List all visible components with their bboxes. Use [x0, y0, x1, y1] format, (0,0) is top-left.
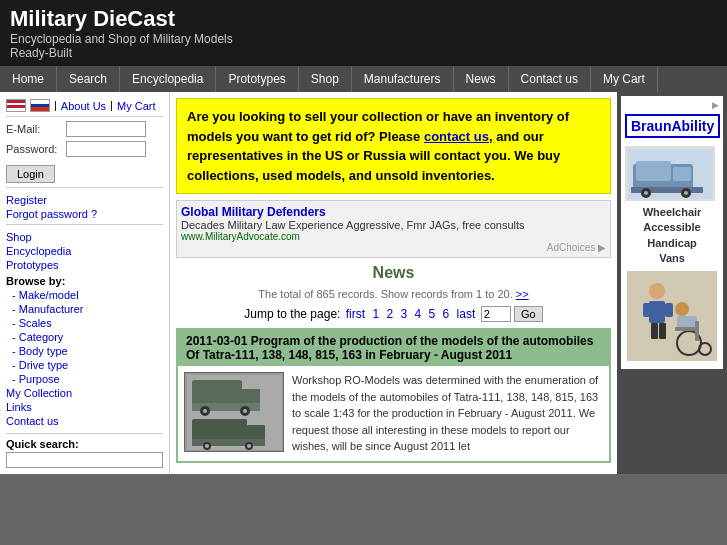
separator: |: [110, 99, 113, 111]
sidebar-body-type-link[interactable]: - Body type: [12, 345, 163, 357]
nav-bar: Home Search Encyclopedia Prototypes Shop…: [0, 66, 727, 92]
ad-box: Global Military Defenders Decades Milita…: [176, 200, 611, 258]
go-button[interactable]: Go: [514, 306, 543, 322]
pagination: Jump to the page: first 1 2 3 4 5 6 last…: [176, 306, 611, 322]
login-section: E-Mail: Password: Login: [6, 116, 163, 183]
site-title: Military DieCast: [10, 6, 717, 32]
records-info: The total of 865 records. Show records f…: [176, 288, 611, 300]
page-3[interactable]: 3: [400, 307, 407, 321]
svg-rect-17: [636, 161, 671, 181]
svg-point-25: [649, 283, 665, 299]
register-section: Register Forgot password ?: [6, 187, 163, 220]
article-image: [184, 372, 284, 452]
van-svg: [628, 149, 713, 199]
email-row: E-Mail:: [6, 121, 163, 137]
page-1[interactable]: 1: [372, 307, 379, 321]
sidebar: | About Us | My Cart E-Mail: Password: L…: [0, 92, 170, 474]
svg-rect-10: [192, 439, 265, 446]
sidebar-drive-type-link[interactable]: - Drive type: [12, 359, 163, 371]
my-cart-link[interactable]: My Cart: [117, 100, 156, 112]
page-4[interactable]: 4: [415, 307, 422, 321]
quick-search-input[interactable]: [6, 452, 163, 468]
password-row: Password:: [6, 141, 163, 157]
svg-rect-36: [695, 321, 699, 341]
site-subtitle2: Ready-Built: [10, 46, 717, 60]
page-first[interactable]: first: [346, 307, 369, 321]
nav-news[interactable]: News: [454, 66, 509, 92]
login-button[interactable]: Login: [6, 165, 55, 183]
sidebar-my-collection-link[interactable]: My Collection: [6, 387, 163, 399]
password-input[interactable]: [66, 141, 146, 157]
nav-search[interactable]: Search: [57, 66, 120, 92]
sidebar-contact-us-link[interactable]: Contact us: [6, 415, 163, 427]
svg-rect-30: [659, 323, 666, 339]
nav-encyclopedia[interactable]: Encyclopedia: [120, 66, 216, 92]
svg-rect-29: [651, 323, 658, 339]
about-us-link[interactable]: About Us: [61, 100, 106, 112]
news-section: News The total of 865 records. Show reco…: [176, 264, 611, 463]
page-2[interactable]: 2: [386, 307, 393, 321]
page-5[interactable]: 5: [429, 307, 436, 321]
sidebar-manufacturer-link[interactable]: - Manufacturer: [12, 303, 163, 315]
svg-rect-26: [649, 301, 665, 323]
nav-links-section: Shop Encyclopedia Prototypes Browse by: …: [6, 224, 163, 427]
quick-search-label: Quick search:: [6, 438, 163, 450]
sidebar-encyclopedia-link[interactable]: Encyclopedia: [6, 245, 163, 257]
nav-my-cart[interactable]: My Cart: [591, 66, 658, 92]
records-text: The total of 865 records. Show records f…: [258, 288, 512, 300]
svg-rect-18: [673, 167, 691, 181]
people-image: [627, 271, 717, 361]
register-link[interactable]: Register: [6, 194, 163, 206]
email-label: E-Mail:: [6, 123, 66, 135]
site-subtitle: Encyclopedia and Shop of Military Models: [10, 32, 717, 46]
ad-url: www.MilitaryAdvocate.com: [181, 231, 606, 242]
svg-point-34: [675, 302, 689, 316]
page-number-input[interactable]: [481, 306, 511, 322]
braun-logo: BraunAbility: [625, 114, 720, 138]
article-body: Workshop RO-Models was determined with t…: [178, 366, 609, 461]
sidebar-divider: |: [54, 99, 57, 111]
ad-choices[interactable]: AdChoices ▶: [181, 242, 606, 253]
ad-title[interactable]: Global Military Defenders: [181, 205, 606, 219]
sidebar-category-link[interactable]: - Category: [12, 331, 163, 343]
content-area: Are you looking to sell your collection …: [170, 92, 617, 474]
quick-search-section: Quick search:: [6, 433, 163, 468]
sidebar-links-link[interactable]: Links: [6, 401, 163, 413]
nav-manufacturers[interactable]: Manufacturers: [352, 66, 454, 92]
svg-rect-28: [665, 303, 673, 317]
van-image: [625, 146, 715, 201]
sidebar-make-model-link[interactable]: - Make/model: [12, 289, 163, 301]
truck-image-svg: [187, 375, 282, 450]
records-next-link[interactable]: >>: [516, 288, 529, 300]
svg-point-21: [644, 191, 648, 195]
sidebar-purpose-link[interactable]: - Purpose: [12, 373, 163, 385]
braun-ability-ad[interactable]: ▶ BraunAbility WheelchairAccessibleHandi…: [621, 96, 723, 369]
article-text: Workshop RO-Models was determined with t…: [292, 372, 603, 455]
svg-point-5: [203, 409, 207, 413]
article-header[interactable]: 2011-03-01 Program of the production of …: [178, 330, 609, 366]
contact-us-link[interactable]: contact us: [424, 129, 489, 144]
sidebar-prototypes-link[interactable]: Prototypes: [6, 259, 163, 271]
flag-ru-icon: [30, 99, 50, 112]
sidebar-shop-link[interactable]: Shop: [6, 231, 163, 243]
page-last[interactable]: last: [457, 307, 479, 321]
wheelchair-text: WheelchairAccessibleHandicapVans: [625, 205, 719, 267]
nav-home[interactable]: Home: [0, 66, 57, 92]
nav-contact-us[interactable]: Contact us: [509, 66, 591, 92]
svg-point-12: [205, 444, 209, 448]
ad-text: Decades Military Law Experience Aggressi…: [181, 219, 606, 231]
svg-point-23: [684, 191, 688, 195]
browse-by-label: Browse by:: [6, 275, 163, 287]
article-thumbnail: [184, 372, 284, 455]
email-input[interactable]: [66, 121, 146, 137]
password-label: Password:: [6, 143, 66, 155]
page-6[interactable]: 6: [443, 307, 450, 321]
sidebar-scales-link[interactable]: - Scales: [12, 317, 163, 329]
forgot-password-link[interactable]: Forgot password ?: [6, 208, 163, 220]
news-title: News: [176, 264, 611, 282]
right-sidebar: ▶ BraunAbility WheelchairAccessibleHandi…: [617, 92, 727, 474]
nav-shop[interactable]: Shop: [299, 66, 352, 92]
flag-us-icon: [6, 99, 26, 112]
nav-prototypes[interactable]: Prototypes: [216, 66, 298, 92]
jump-to-label: Jump to the page:: [244, 307, 340, 321]
